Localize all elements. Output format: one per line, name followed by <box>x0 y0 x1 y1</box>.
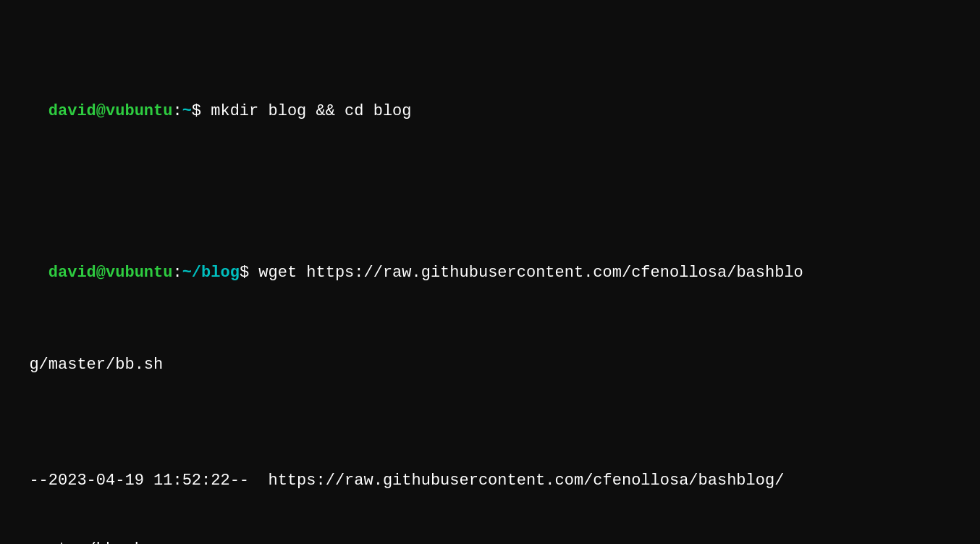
terminal-window: david@vubuntu:~$ mkdir blog && cd blog d… <box>0 0 980 544</box>
line-1: david@vubuntu:~$ mkdir blog && cd blog <box>10 102 412 143</box>
command-2: wget https://raw.githubusercontent.com/c… <box>258 264 803 282</box>
wget-output-2: master/bb.sh <box>29 540 143 544</box>
prompt-user-2: david@vubuntu <box>48 264 173 282</box>
prompt-user-1: david@vubuntu <box>48 102 173 120</box>
prompt-path-1: ~ <box>182 102 192 120</box>
wget-output-1: --2023-04-19 11:52:22-- https://raw.gith… <box>29 472 784 490</box>
line-2: david@vubuntu:~/blog$ wget https://raw.g… <box>10 264 803 305</box>
command-1: mkdir blog && cd blog <box>211 102 411 120</box>
prompt-path-2: ~/blog <box>182 264 240 282</box>
line-2b: g/master/bb.sh <box>29 356 163 374</box>
